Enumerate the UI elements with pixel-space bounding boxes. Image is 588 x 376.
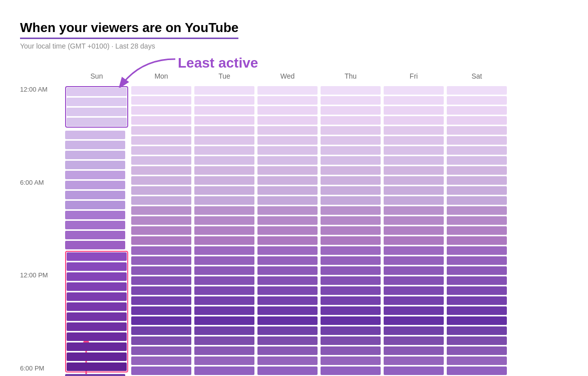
heatmap-cell [257, 316, 318, 325]
heatmap-cell [447, 236, 507, 245]
heatmap-cell [257, 366, 318, 375]
heatmap-cell [257, 276, 318, 285]
heatmap-cell [131, 346, 191, 355]
heatmap-cell [257, 146, 318, 155]
day-header-fri: Fri [410, 70, 418, 82]
heatmap-cell [384, 216, 444, 225]
heatmap-cell [257, 86, 318, 95]
heatmap-cell [257, 256, 318, 265]
heatmap-cell [131, 166, 191, 175]
heatmap-cell [131, 216, 191, 225]
heatmap-cell [447, 326, 507, 335]
heatmap-cell [67, 352, 127, 361]
heatmap-cell [257, 106, 318, 115]
heatmap-cell [447, 96, 507, 105]
day-col-fri: Fri [384, 70, 444, 376]
heatmap-cell [384, 316, 444, 325]
heatmap-cell [194, 366, 254, 375]
heatmap-cell [384, 356, 444, 365]
heatmap-cell [67, 262, 127, 271]
heatmap-cell [194, 276, 254, 285]
heatmap-cell [67, 108, 127, 116]
heatmap-cell [384, 366, 444, 375]
heatmap-cell [384, 346, 444, 355]
heatmap-cell [257, 166, 318, 175]
heatmap-cell [257, 246, 318, 255]
cells-wed [257, 86, 318, 376]
day-header-sun: Sun [91, 70, 103, 82]
heatmap-cell [67, 312, 127, 321]
heatmap-cell [447, 86, 507, 95]
heatmap-cell [65, 171, 125, 179]
day-col-wed: Wed [257, 70, 318, 376]
heatmap-cell [384, 326, 444, 335]
heatmap-cell [257, 126, 318, 135]
heatmap-cell [321, 156, 381, 165]
heatmap-cell [447, 156, 507, 165]
heatmap-cell [194, 316, 254, 325]
heatmap-cell [131, 336, 191, 345]
heatmap-cell [67, 272, 127, 281]
heatmap-cell [131, 86, 191, 95]
heatmap-cell [321, 206, 381, 215]
heatmap-cell [447, 366, 507, 375]
heatmap-cell [194, 356, 254, 365]
heatmap-cell [321, 136, 381, 145]
heatmap-cell [447, 116, 507, 125]
heatmap-cell [257, 236, 318, 245]
heatmap-cell [447, 176, 507, 185]
heatmap-cell [131, 96, 191, 105]
heatmap-cell [384, 86, 444, 95]
y-label-12pm: 12:00 PM [20, 272, 48, 278]
cells-fri [384, 86, 444, 376]
heatmap-cell [321, 306, 381, 315]
heatmap-cell [67, 88, 127, 96]
heatmap-cell [257, 196, 318, 205]
heatmap-cell [447, 256, 507, 265]
day-col-sat: Sat [447, 70, 507, 376]
heatmap-cell [194, 126, 254, 135]
heatmap-cell [67, 282, 127, 291]
day-col-thu: Thu [321, 70, 381, 376]
heatmap-cell [447, 126, 507, 135]
cells-sun [65, 86, 128, 376]
heatmap-cell [257, 296, 318, 305]
heatmap-cell [194, 266, 254, 275]
heatmap-cell [67, 252, 127, 261]
heatmap-cell [447, 336, 507, 345]
heatmap-cell [131, 296, 191, 305]
heatmap-cell [131, 286, 191, 295]
heatmap-cell [194, 246, 254, 255]
heatmap-cell [321, 296, 381, 305]
cells-mon [131, 86, 191, 376]
y-label-6am: 6:00 AM [20, 179, 48, 186]
heatmap-cell [321, 176, 381, 185]
heatmap-cell [447, 346, 507, 355]
heatmap-cell [65, 191, 125, 199]
heatmap-cell [194, 106, 254, 115]
day-col-tue: Tue [194, 70, 254, 376]
heatmap-cell [131, 316, 191, 325]
day-col-mon: Mon [131, 70, 191, 376]
heatmap-cell [384, 106, 444, 115]
heatmap-cell [384, 146, 444, 155]
heatmap-cell [321, 106, 381, 115]
heatmap-cell [447, 106, 507, 115]
heatmap-cell [321, 246, 381, 255]
heatmap-cell [447, 246, 507, 255]
cells-tue [194, 86, 254, 376]
heatmap-cell [194, 216, 254, 225]
heatmap-cell [194, 326, 254, 335]
heatmap-cell [131, 276, 191, 285]
heatmap-cell [131, 226, 191, 235]
heatmap-cell [257, 156, 318, 165]
page-title: When your viewers are on YouTube [20, 20, 238, 39]
day-header-wed: Wed [280, 70, 295, 82]
heatmap-cell [257, 266, 318, 275]
heatmap-cell [321, 316, 381, 325]
heatmap-cell [194, 96, 254, 105]
heatmap-cell [131, 236, 191, 245]
heatmap-cell [67, 118, 127, 126]
heatmap-cell [67, 98, 127, 106]
heatmap-cell [447, 226, 507, 235]
